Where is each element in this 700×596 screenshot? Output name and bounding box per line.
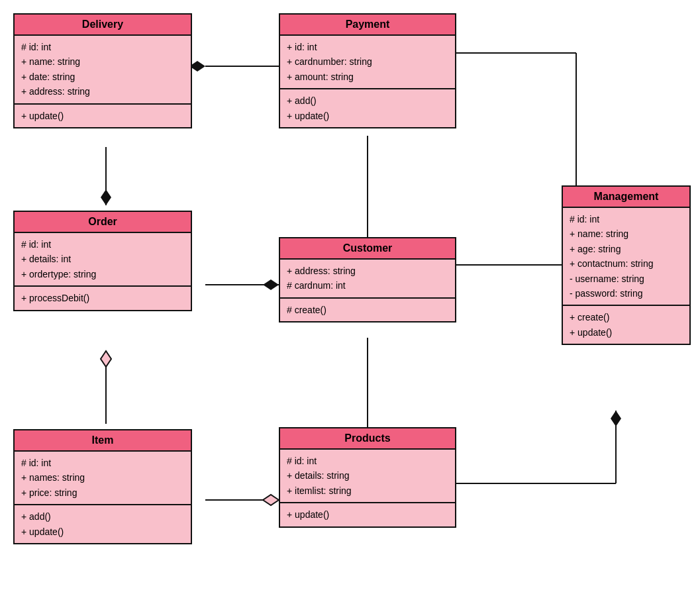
- diamond-open-item: [101, 351, 111, 367]
- delivery-attr-2: + date: string: [21, 70, 184, 84]
- class-payment: Payment + id: int + cardnumber: string +…: [279, 13, 456, 128]
- payment-attr-0: + id: int: [287, 40, 448, 54]
- delivery-methods: + update(): [15, 105, 191, 127]
- products-method-0: + update(): [287, 507, 448, 522]
- payment-methods: + add() + update(): [280, 89, 455, 127]
- payment-method-0: + add(): [287, 93, 448, 108]
- class-item: Item # id: int + names: string + price: …: [13, 429, 192, 544]
- customer-attr-0: + address: string: [287, 264, 448, 278]
- products-attributes: # id: int + details: string + itemlist: …: [280, 450, 455, 503]
- management-attr-2: + age: string: [570, 242, 683, 256]
- diamond-management-products: [611, 411, 621, 426]
- delivery-title: Delivery: [15, 15, 191, 36]
- management-methods: + create() + update(): [563, 306, 689, 344]
- item-attr-2: + price: string: [21, 485, 184, 500]
- products-attr-2: + itemlist: string: [287, 483, 448, 498]
- item-attr-1: + names: string: [21, 470, 184, 485]
- payment-attr-2: + amount: string: [287, 70, 448, 84]
- diamond-order-delivery: [101, 189, 111, 205]
- products-title: Products: [280, 428, 455, 450]
- payment-title: Payment: [280, 15, 455, 36]
- customer-method-0: # create(): [287, 303, 448, 317]
- item-attr-0: # id: int: [21, 456, 184, 470]
- class-products: Products # id: int + details: string + i…: [279, 427, 456, 528]
- order-attr-0: # id: int: [21, 237, 184, 252]
- payment-attributes: + id: int + cardnumber: string + amount:…: [280, 36, 455, 89]
- delivery-attributes: # id: int + name: string + date: string …: [15, 36, 191, 105]
- order-title: Order: [15, 212, 191, 233]
- order-attributes: # id: int + details: int + ordertype: st…: [15, 233, 191, 287]
- class-customer: Customer + address: string # cardnum: in…: [279, 237, 456, 323]
- customer-attr-1: # cardnum: int: [287, 278, 448, 293]
- item-method-0: + add(): [21, 509, 184, 524]
- products-methods: + update(): [280, 503, 455, 526]
- diamond-customer-order: [263, 279, 279, 290]
- order-attr-1: + details: int: [21, 252, 184, 266]
- products-attr-1: + details: string: [287, 468, 448, 483]
- customer-methods: # create(): [280, 299, 455, 321]
- delivery-attr-1: + name: string: [21, 54, 184, 69]
- customer-title: Customer: [280, 238, 455, 260]
- class-management: Management # id: int + name: string + ag…: [562, 185, 691, 345]
- management-title: Management: [563, 187, 689, 208]
- delivery-attr-3: + address: string: [21, 84, 184, 99]
- order-attr-2: + ordertype: string: [21, 267, 184, 281]
- management-attr-4: - username: string: [570, 272, 683, 286]
- products-attr-0: # id: int: [287, 454, 448, 468]
- customer-attributes: + address: string # cardnum: int: [280, 260, 455, 299]
- item-attributes: # id: int + names: string + price: strin…: [15, 452, 191, 505]
- payment-method-1: + update(): [287, 109, 448, 123]
- class-order: Order # id: int + details: int + orderty…: [13, 211, 192, 311]
- management-method-1: + update(): [570, 325, 683, 340]
- management-attr-5: - password: string: [570, 286, 683, 301]
- class-delivery: Delivery # id: int + name: string + date…: [13, 13, 192, 128]
- management-attr-3: + contactnum: string: [570, 256, 683, 271]
- uml-diagram: Delivery # id: int + name: string + date…: [0, 0, 700, 596]
- item-method-1: + update(): [21, 524, 184, 539]
- diamond-open-products: [263, 495, 279, 505]
- order-method-0: + processDebit(): [21, 291, 184, 305]
- item-title: Item: [15, 430, 191, 452]
- management-attributes: # id: int + name: string + age: string +…: [563, 208, 689, 306]
- payment-attr-1: + cardnumber: string: [287, 54, 448, 69]
- delivery-attr-0: # id: int: [21, 40, 184, 54]
- management-attr-1: + name: string: [570, 226, 683, 241]
- item-methods: + add() + update(): [15, 505, 191, 543]
- management-method-0: + create(): [570, 310, 683, 324]
- management-attr-0: # id: int: [570, 212, 683, 226]
- order-methods: + processDebit(): [15, 287, 191, 309]
- delivery-method-0: + update(): [21, 109, 184, 123]
